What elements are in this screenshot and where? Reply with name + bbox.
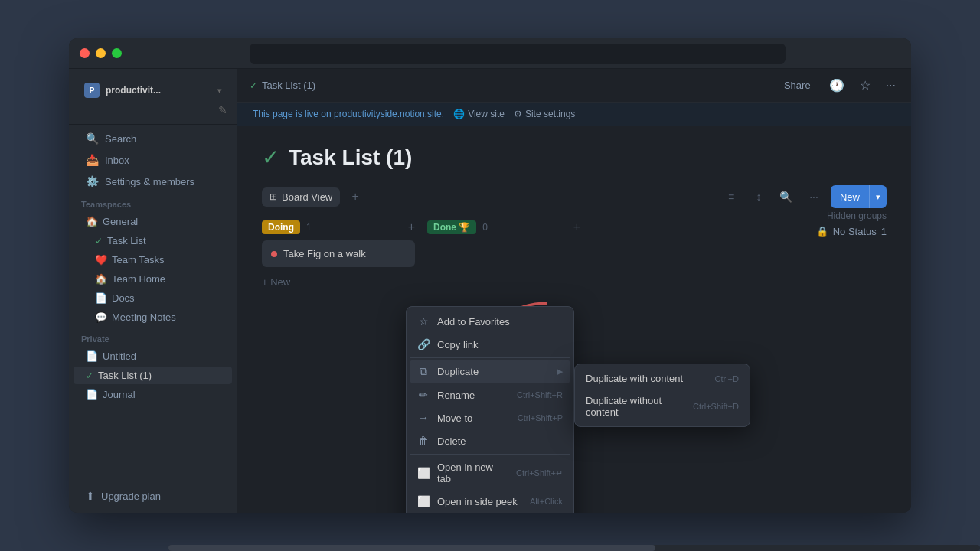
sidebar-item-task-list-1[interactable]: ✓ Task List (1) <box>74 367 232 384</box>
doing-label: Doing <box>262 220 300 234</box>
doing-count: 1 <box>306 222 312 233</box>
docs-icon: 📄 <box>95 292 107 304</box>
more-options-button[interactable]: ··· <box>803 186 825 207</box>
sidebar-item-settings[interactable]: ⚙️ Settings & members <box>74 171 232 191</box>
ctx-rename-label: Rename <box>437 390 509 401</box>
view-actions: ≡ ↕ 🔍 ··· New ▾ <box>720 185 887 208</box>
ctx-add-favorites-label: Add to Favorites <box>437 316 563 328</box>
inbox-icon: 📥 <box>86 154 99 166</box>
url-bar[interactable] <box>250 44 786 64</box>
sidebar-item-untitled[interactable]: 📄 Untitled <box>74 347 232 365</box>
teamspaces-label: Teamspaces <box>69 192 237 212</box>
settings-icon: ⚙️ <box>86 175 99 187</box>
search-view-button[interactable]: 🔍 <box>776 186 797 207</box>
board-columns: Doing 1 + Take Fig on a walk + New <box>262 220 887 291</box>
sidebar-item-inbox[interactable]: 📥 Inbox <box>74 150 232 170</box>
sidebar-item-upgrade[interactable]: ⬆ Upgrade plan <box>74 486 232 506</box>
ctx-move-label: Move to <box>437 412 510 424</box>
more-icon[interactable]: ··· <box>883 76 899 96</box>
doing-new-button[interactable]: + New <box>262 273 415 291</box>
task-list-1-label: Task List (1) <box>98 370 152 381</box>
ctx-duplicate[interactable]: ⧉ Duplicate ▶ <box>410 360 570 383</box>
workspace-row[interactable]: P productivit... ▾ <box>78 78 227 103</box>
sidebar-item-docs[interactable]: 📄 Docs <box>74 289 232 307</box>
add-view-button[interactable]: + <box>346 187 364 206</box>
ctx-move-to[interactable]: → Move to Ctrl+Shift+P <box>410 406 570 429</box>
breadcrumb-label: Task List (1) <box>262 80 315 91</box>
card-priority-dot <box>271 251 277 257</box>
sidebar-item-general[interactable]: 🏠 General <box>74 213 232 230</box>
clock-icon[interactable]: 🕐 <box>826 75 848 96</box>
star-ctx-icon: ☆ <box>417 315 430 328</box>
general-icon: 🏠 <box>86 216 98 227</box>
done-label: Done 🏆 <box>427 220 476 234</box>
new-button-chevron[interactable]: ▾ <box>869 185 887 208</box>
site-settings-button[interactable]: ⚙ Site settings <box>514 109 575 119</box>
titlebar <box>69 38 911 69</box>
minimize-button[interactable] <box>96 48 106 58</box>
ctx-copy-link-label: Copy link <box>437 339 563 350</box>
workspace-name: productivit... <box>106 85 211 96</box>
ctx-copy-link[interactable]: 🔗 Copy link <box>410 333 570 356</box>
traffic-lights <box>80 48 122 58</box>
settings-small-icon: ⚙ <box>514 109 522 119</box>
ctx-delete[interactable]: 🗑 Delete <box>410 429 570 452</box>
ctx-open-side-peek[interactable]: ⬜ Open in side peek Alt+Click <box>410 490 570 513</box>
doing-column-header: Doing 1 + <box>262 220 415 234</box>
board-icon: ⊞ <box>270 191 277 202</box>
dup-without-content[interactable]: Duplicate without content Ctrl+Shift+D <box>578 390 746 423</box>
ctx-submenu-arrow: ▶ <box>557 367 563 377</box>
dup-with-content[interactable]: Duplicate with content Ctrl+D <box>578 367 746 390</box>
star-icon[interactable]: ☆ <box>857 75 874 96</box>
context-menu: ☆ Add to Favorites 🔗 Copy link ⧉ Duplica… <box>406 306 574 513</box>
sidebar-item-journal[interactable]: 📄 Journal <box>74 386 232 403</box>
view-site-button[interactable]: 🌐 View site <box>453 109 505 119</box>
meeting-notes-label: Meeting Notes <box>112 311 176 323</box>
untitled-icon: 📄 <box>86 350 98 362</box>
main-content: ✓ Task List (1) Share 🕐 ☆ ··· This page … <box>237 69 911 513</box>
sort-button[interactable]: ↕ <box>748 186 769 207</box>
sidebar-search-label: Search <box>105 133 136 145</box>
new-button[interactable]: New <box>831 191 869 203</box>
ctx-duplicate-label: Duplicate <box>437 366 549 377</box>
task-list-1-check-icon: ✓ <box>86 370 93 381</box>
filter-button[interactable]: ≡ <box>720 186 742 207</box>
team-tasks-icon: ❤️ <box>95 254 107 266</box>
dup-without-content-label: Duplicate without content <box>586 395 693 418</box>
board-card-fig[interactable]: Take Fig on a walk <box>262 240 415 267</box>
sidebar-item-search[interactable]: 🔍 Search <box>74 129 232 148</box>
search-icon: 🔍 <box>86 132 99 145</box>
ctx-rename-shortcut: Ctrl+Shift+R <box>517 390 563 399</box>
tab-board-view[interactable]: ⊞ Board View <box>262 187 340 207</box>
journal-label: Journal <box>103 389 136 400</box>
sidebar: P productivit... ▾ ✎ 🔍 Search 📥 Inbox ⚙️ <box>69 69 237 513</box>
new-tab-icon: ⬜ <box>417 467 430 479</box>
sidebar-item-meeting-notes[interactable]: 💬 Meeting Notes <box>74 308 232 326</box>
maximize-button[interactable] <box>112 48 122 58</box>
rename-icon: ✏ <box>417 389 430 401</box>
ctx-add-favorites[interactable]: ☆ Add to Favorites <box>410 310 570 333</box>
sidebar-item-team-tasks[interactable]: ❤️ Team Tasks <box>74 251 232 269</box>
doing-column: Doing 1 + Take Fig on a walk + New <box>262 220 415 291</box>
ctx-open-new-tab[interactable]: ⬜ Open in new tab Ctrl+Shift+↵ <box>410 456 570 490</box>
ctx-open-new-tab-label: Open in new tab <box>437 461 508 484</box>
edit-icon[interactable]: ✎ <box>218 104 227 116</box>
team-home-icon: 🏠 <box>95 273 107 285</box>
share-button[interactable]: Share <box>778 77 817 94</box>
view-site-label: View site <box>468 109 505 119</box>
move-icon: → <box>417 412 430 424</box>
side-peek-icon: ⬜ <box>417 495 430 507</box>
sidebar-item-team-home[interactable]: 🏠 Team Home <box>74 270 232 288</box>
globe-icon: 🌐 <box>453 109 465 119</box>
task-list-label: Task List <box>107 235 146 246</box>
page-title-row: ✓ Task List (1) <box>262 145 887 170</box>
sidebar-item-task-list[interactable]: ✓ Task List <box>74 232 232 249</box>
close-button[interactable] <box>80 48 90 58</box>
ctx-rename[interactable]: ✏ Rename Ctrl+Shift+R <box>410 383 570 406</box>
sidebar-inbox-label: Inbox <box>105 155 129 166</box>
page-content: ✓ Task List (1) ⊞ Board View + ≡ ↕ 🔍 ··· <box>237 126 911 513</box>
breadcrumb-check-icon: ✓ <box>250 80 257 91</box>
link-icon: 🔗 <box>417 338 430 350</box>
doing-add-button[interactable]: + <box>408 220 415 234</box>
done-add-button[interactable]: + <box>573 220 580 234</box>
